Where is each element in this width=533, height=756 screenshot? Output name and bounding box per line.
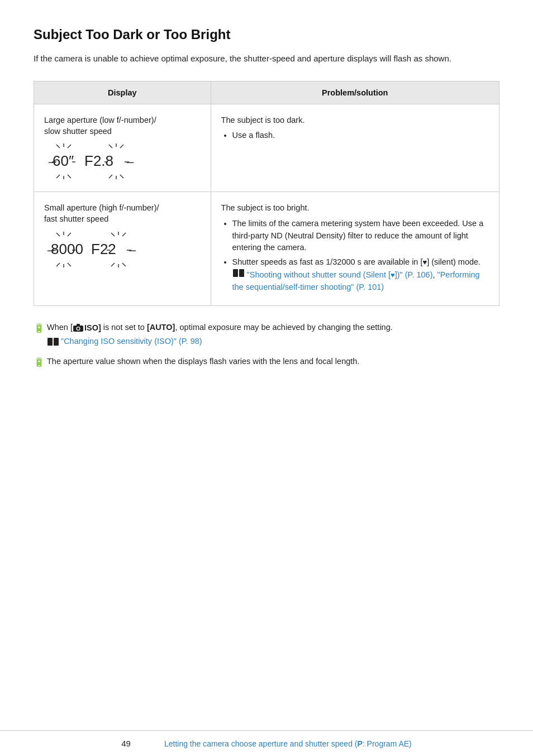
svg-line-16 [120,175,123,178]
svg-line-30 [111,233,115,236]
svg-line-32 [122,233,126,236]
svg-line-26 [68,263,71,266]
svg-line-14 [109,175,112,178]
svg-line-36 [122,263,126,266]
display-label-dark: Large aperture (low f/-number)/slow shut… [44,114,201,137]
link-iso[interactable]: "Changing ISO sensitivity (ISO)" (P. 98) [61,336,202,348]
table-header-problem: Problem/solution [211,81,499,104]
svg-text:8000: 8000 [51,241,83,257]
svg-rect-40 [233,269,238,277]
svg-line-0 [56,145,60,148]
note-item-2: 🔋 The aperture value shown when the disp… [34,356,499,369]
svg-line-4 [56,175,60,178]
svg-rect-44 [77,324,80,326]
problem-cell-bright: The subject is too bright. The limits of… [211,192,499,306]
svg-rect-48 [54,338,59,346]
table-header-display: Display [34,81,211,104]
page-footer: 49 Letting the camera choose aperture an… [0,730,533,756]
camera-icon-iso [73,324,84,332]
svg-rect-47 [47,338,53,346]
svg-line-2 [68,145,71,148]
svg-text:F2.8: F2.8 [84,152,113,169]
table-row-dark: Large aperture (low f/-number)/slow shut… [34,104,499,192]
footer-page-number: 49 [121,739,131,748]
problem-title-dark: The subject is too dark. [221,114,489,127]
svg-line-12 [120,145,123,148]
display-cell-bright: Small aperture (high f/-number)/fast shu… [34,192,211,306]
bullet-bright-2: Shutter speeds as fast as 1/32000 s are … [232,256,489,293]
note-content-1: When [ ISO] is not set to [AUTO], optima… [47,322,499,350]
svg-line-6 [68,175,71,178]
svg-text:–: – [127,155,134,169]
notes-section: 🔋 When [ ISO] is not set to [AUTO], opti… [34,322,499,369]
problem-cell-dark: The subject is too dark. Use a flash. [211,104,499,192]
display-cell-dark: Large aperture (low f/-number)/slow shut… [34,104,211,192]
svg-line-24 [56,263,60,266]
problem-bullets-bright: The limits of the camera metering system… [232,218,489,294]
ref-book-icon-2 [47,337,59,346]
indicator-bright: 8000 F22 [44,231,201,270]
svg-line-22 [68,233,71,236]
problem-title-bright: The subject is too bright. [221,202,489,214]
svg-text:–: – [49,155,56,169]
problem-bullets-dark: Use a flash. [232,130,489,142]
ref-book-icon [232,269,245,277]
note-icon-2: 🔋 [34,356,45,369]
note-icon-1: 🔋 [34,322,45,335]
exposure-table: Display Problem/solution Large aperture … [34,81,499,307]
display-label-bright: Small aperture (high f/-number)/fast shu… [44,202,201,225]
svg-line-20 [56,233,60,236]
svg-line-34 [111,263,115,266]
svg-line-10 [109,145,112,148]
note-item-1: 🔋 When [ ISO] is not set to [AUTO], opti… [34,322,499,350]
svg-text:–: – [47,243,55,257]
flash-display-bright: 8000 F22 [44,231,150,270]
bullet-dark-1: Use a flash. [232,130,489,142]
page-content: Subject Too Dark or Too Bright If the ca… [0,0,533,430]
flash-display-dark: 60″ F2.8 [44,142,145,181]
svg-text:F22: F22 [91,241,116,257]
note-content-2: The aperture value shown when the displa… [47,356,499,368]
footer-link[interactable]: Letting the camera choose aperture and s… [164,739,412,748]
page-title: Subject Too Dark or Too Bright [34,27,499,42]
intro-paragraph: If the camera is unable to achieve optim… [34,52,499,65]
table-row-bright: Small aperture (high f/-number)/fast shu… [34,192,499,306]
svg-text:–: – [129,243,136,257]
svg-text:60″: 60″ [53,152,74,169]
svg-rect-41 [239,269,244,277]
svg-point-46 [77,327,79,329]
bullet-bright-1: The limits of the camera metering system… [232,218,489,254]
link-silent-shoot[interactable]: "Shooting without shutter sound (Silent … [247,270,433,279]
indicator-dark: 60″ F2.8 [44,142,201,181]
